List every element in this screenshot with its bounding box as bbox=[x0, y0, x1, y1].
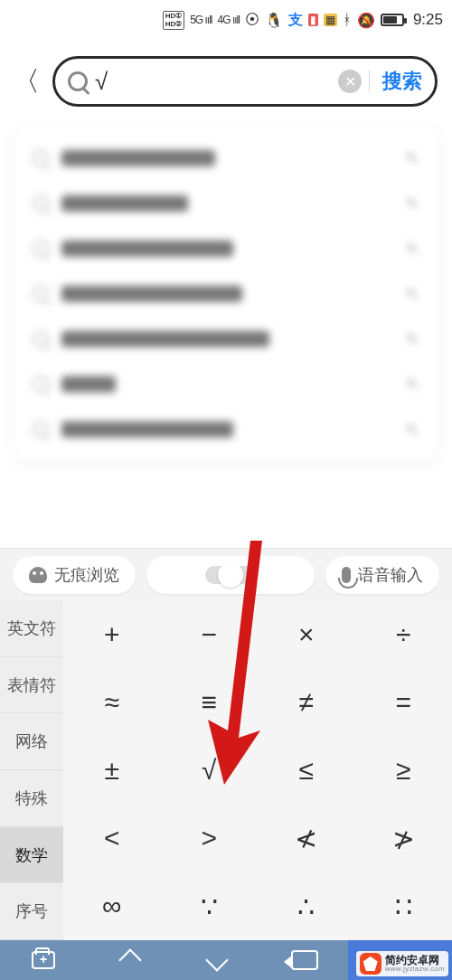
suggestion-item[interactable]: ↖ bbox=[14, 136, 438, 181]
bluetooth-icon: ᚼ bbox=[343, 12, 352, 28]
search-icon bbox=[33, 376, 49, 392]
signal-4g: 4G ııll bbox=[218, 14, 240, 26]
incognito-label: 无痕浏览 bbox=[54, 564, 119, 586]
key-3[interactable]: ÷ bbox=[355, 600, 453, 668]
keyboard-tab-3[interactable]: 特殊 bbox=[0, 770, 63, 827]
keyboard-tab-4[interactable]: 数学 bbox=[0, 827, 63, 884]
suggestion-item[interactable]: ↖ bbox=[14, 407, 438, 452]
insert-arrow-icon[interactable]: ↖ bbox=[406, 419, 419, 439]
microphone-icon bbox=[342, 567, 351, 583]
search-icon bbox=[33, 286, 49, 302]
key-10[interactable]: ≤ bbox=[258, 736, 355, 804]
keyboard-tab-2[interactable]: 网络 bbox=[0, 713, 63, 770]
back-button[interactable]: 〈 bbox=[9, 63, 43, 100]
battery-icon bbox=[381, 14, 404, 26]
key-15[interactable]: ≯ bbox=[355, 805, 453, 872]
search-icon bbox=[33, 150, 49, 166]
insert-arrow-icon[interactable]: ↖ bbox=[406, 374, 419, 394]
search-box[interactable]: √ ✕ 搜索 bbox=[52, 56, 438, 107]
key-2[interactable]: × bbox=[258, 600, 355, 668]
symbol-keyboard: 英文符表情符网络特殊数学序号 +−×÷≈≡≠=±√≤≥<>≮≯∞∵∴∷ bbox=[0, 600, 452, 940]
keyboard-tab-5[interactable]: 序号 bbox=[0, 883, 63, 940]
ghost-icon bbox=[29, 567, 47, 583]
chevron-up-icon bbox=[119, 948, 142, 971]
watermark: 简约安卓网 www.jyzlazw.com bbox=[356, 951, 448, 976]
key-1[interactable]: − bbox=[161, 600, 259, 668]
key-16[interactable]: ∞ bbox=[63, 872, 161, 940]
key-13[interactable]: > bbox=[161, 805, 259, 872]
search-submit[interactable]: 搜索 bbox=[377, 68, 422, 95]
toggle-pill[interactable] bbox=[146, 556, 315, 594]
suggestion-item[interactable]: ↖ bbox=[14, 226, 438, 271]
suggestion-item[interactable]: ↖ bbox=[14, 362, 438, 407]
key-0[interactable]: + bbox=[63, 600, 161, 668]
key-6[interactable]: ≠ bbox=[258, 668, 355, 736]
keyboard-category-tabs: 英文符表情符网络特殊数学序号 bbox=[0, 600, 63, 940]
status-bar: HD①HD② 5G ııll 4G ııll ⦿ 🐧 支 ▮ ▦ ᚼ 🔕 9:2… bbox=[0, 0, 452, 40]
insert-arrow-icon[interactable]: ↖ bbox=[406, 193, 419, 213]
search-row: 〈 √ ✕ 搜索 bbox=[0, 40, 452, 119]
search-icon bbox=[68, 71, 88, 91]
backspace-icon: × bbox=[291, 950, 318, 970]
toggle-switch[interactable] bbox=[205, 566, 256, 584]
ime-backspace-button[interactable]: × bbox=[260, 950, 347, 970]
search-icon bbox=[33, 240, 49, 257]
wifi-icon: ⦿ bbox=[245, 12, 259, 28]
app-icon-4: ▦ bbox=[324, 14, 337, 26]
key-14[interactable]: ≮ bbox=[258, 805, 355, 872]
insert-arrow-icon[interactable]: ↖ bbox=[406, 329, 419, 349]
insert-arrow-icon[interactable]: ↖ bbox=[406, 148, 419, 168]
folder-plus-icon bbox=[32, 951, 55, 969]
clock: 9:25 bbox=[413, 11, 443, 29]
ime-folder-button[interactable] bbox=[0, 951, 87, 969]
search-icon bbox=[33, 331, 49, 347]
key-18[interactable]: ∴ bbox=[258, 872, 355, 940]
suggestion-item[interactable]: ↖ bbox=[14, 181, 438, 226]
key-8[interactable]: ± bbox=[63, 736, 161, 804]
key-4[interactable]: ≈ bbox=[63, 668, 161, 736]
clear-button[interactable]: ✕ bbox=[338, 70, 362, 93]
keyboard-tab-1[interactable]: 表情符 bbox=[0, 657, 63, 714]
app-icon-3: ▮ bbox=[308, 14, 318, 26]
key-19[interactable]: ∷ bbox=[355, 872, 453, 940]
incognito-button[interactable]: 无痕浏览 bbox=[13, 556, 136, 594]
ime-up-button[interactable] bbox=[87, 952, 174, 968]
key-17[interactable]: ∵ bbox=[161, 872, 259, 940]
mute-icon: 🔕 bbox=[357, 12, 375, 29]
hd-indicator: HD①HD② bbox=[163, 11, 185, 30]
divider bbox=[369, 70, 370, 93]
voice-input-button[interactable]: 语音输入 bbox=[325, 556, 439, 594]
suggestion-item[interactable]: ↖ bbox=[14, 316, 438, 362]
chevron-down-icon bbox=[206, 948, 229, 971]
key-9[interactable]: √ bbox=[161, 736, 259, 804]
suggestion-item[interactable]: ↖ bbox=[14, 271, 438, 316]
key-12[interactable]: < bbox=[63, 805, 161, 872]
insert-arrow-icon[interactable]: ↖ bbox=[406, 239, 419, 259]
app-icon-1: 🐧 bbox=[265, 12, 283, 29]
watermark-logo-icon bbox=[360, 953, 381, 975]
keyboard-grid: +−×÷≈≡≠=±√≤≥<>≮≯∞∵∴∷ bbox=[63, 600, 452, 940]
key-11[interactable]: ≥ bbox=[355, 736, 453, 804]
key-7[interactable]: = bbox=[355, 668, 453, 736]
search-icon bbox=[33, 421, 49, 438]
keyboard-tab-0[interactable]: 英文符 bbox=[0, 600, 63, 657]
search-input[interactable]: √ bbox=[95, 68, 331, 96]
insert-arrow-icon[interactable]: ↖ bbox=[406, 284, 419, 304]
app-icon-2: 支 bbox=[288, 11, 303, 30]
key-5[interactable]: ≡ bbox=[161, 668, 259, 736]
watermark-url: www.jyzlazw.com bbox=[385, 966, 445, 973]
signal-5g: 5G ııll bbox=[190, 14, 212, 26]
search-icon bbox=[33, 195, 49, 212]
voice-label: 语音输入 bbox=[358, 564, 423, 586]
ime-down-button[interactable] bbox=[174, 952, 260, 968]
browser-toolbar: 无痕浏览 语音输入 bbox=[0, 548, 452, 600]
suggestions-panel: ↖ ↖ ↖ ↖ ↖ ↖ ↖ bbox=[14, 127, 438, 461]
